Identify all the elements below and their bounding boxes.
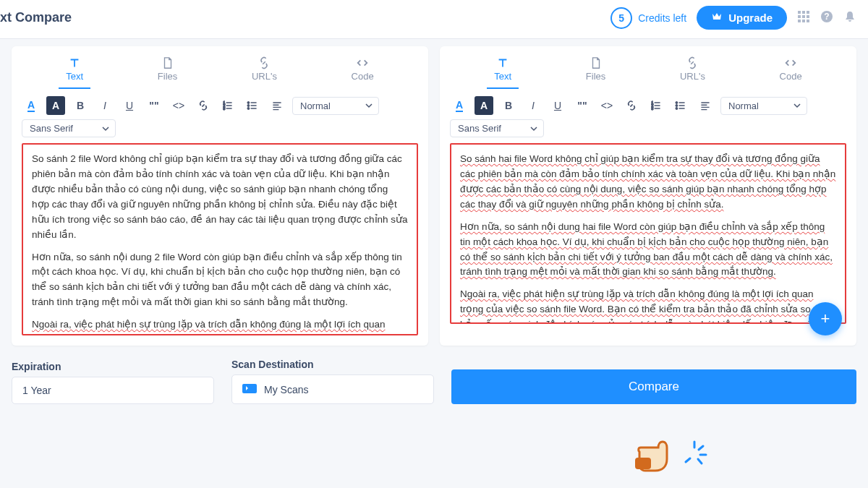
svg-point-16: [247, 108, 249, 109]
codeblock-icon[interactable]: <>: [597, 96, 616, 115]
quote-icon[interactable]: "": [573, 96, 592, 115]
svg-line-26: [699, 446, 703, 450]
heading-select[interactable]: Normal: [720, 97, 807, 115]
ordered-list-icon[interactable]: 123: [647, 96, 665, 115]
upgrade-button[interactable]: Upgrade: [697, 6, 787, 30]
footer-bar: Expiration 1 Year Scan Destination My Sc…: [0, 351, 868, 404]
align-icon[interactable]: [268, 96, 286, 115]
scan-destination-field: Scan Destination My Scans: [231, 359, 434, 404]
right-toolbar: A A B I U "" <> 123 Normal: [440, 89, 856, 119]
tab-files[interactable]: Files: [150, 53, 184, 89]
font-family-select[interactable]: Sans Serif: [450, 119, 544, 137]
crown-icon: [711, 12, 723, 24]
left-tabs: Text Files URL's Code: [12, 46, 428, 89]
svg-point-22: [676, 108, 677, 109]
right-tabs: Text Files URL's Code: [440, 46, 856, 89]
left-text-editor[interactable]: So sánh 2 file Word không chỉ giúp bạn k…: [22, 143, 418, 335]
expiration-select[interactable]: 1 Year: [12, 377, 214, 404]
header-bar: xt Compare 5 Credits left Upgrade ?: [0, 0, 868, 39]
italic-icon[interactable]: I: [524, 96, 542, 115]
credits-count: 5: [610, 7, 632, 29]
right-paragraph: Ngoài ra, việc phát hiện sự trùng lặp và…: [460, 287, 836, 324]
tab-code[interactable]: Code: [773, 53, 809, 89]
svg-rect-3: [798, 15, 801, 18]
help-icon[interactable]: ?: [820, 10, 833, 26]
header-actions: 5 Credits left Upgrade ?: [610, 6, 856, 30]
right-panel: Text Files URL's Code A A B I U "" <>: [440, 46, 856, 346]
font-family-select[interactable]: Sans Serif: [22, 119, 116, 137]
left-paragraph: So sánh 2 file Word không chỉ giúp bạn k…: [32, 152, 408, 243]
tab-code[interactable]: Code: [344, 53, 381, 89]
bell-icon[interactable]: [843, 10, 856, 26]
svg-text:3: 3: [224, 107, 226, 111]
left-toolbar: A A B I U "" <> 123 Normal: [12, 89, 428, 119]
svg-text:?: ?: [824, 12, 829, 22]
scan-destination-label: Scan Destination: [231, 359, 434, 370]
tab-urls[interactable]: URL's: [244, 53, 284, 89]
quote-icon[interactable]: "": [145, 96, 163, 115]
unordered-list-icon[interactable]: [671, 96, 690, 115]
codeblock-icon[interactable]: <>: [169, 96, 188, 115]
svg-rect-6: [798, 20, 801, 22]
credits-indicator[interactable]: 5 Credits left: [610, 7, 686, 29]
link-icon[interactable]: [622, 96, 641, 115]
ordered-list-icon[interactable]: 123: [218, 96, 237, 115]
background-color-icon[interactable]: A: [475, 96, 493, 115]
svg-text:3: 3: [652, 107, 654, 111]
left-panel: Text Files URL's Code A A B I U "" <>: [12, 46, 428, 346]
svg-point-21: [676, 105, 677, 106]
scan-destination-select[interactable]: My Scans: [231, 374, 434, 404]
text-color-icon[interactable]: A: [22, 96, 41, 115]
folder-icon: [242, 382, 257, 396]
click-burst-icon: [681, 440, 707, 466]
expiration-field: Expiration 1 Year: [12, 361, 214, 404]
svg-rect-2: [807, 11, 809, 14]
right-paragraph: So sánh hai file Word không chỉ giúp bạn…: [460, 152, 836, 213]
svg-point-14: [247, 102, 249, 103]
underline-icon[interactable]: U: [120, 96, 139, 115]
svg-rect-4: [802, 15, 805, 18]
svg-rect-24: [635, 458, 651, 469]
svg-rect-7: [802, 20, 805, 22]
upgrade-label: Upgrade: [728, 12, 773, 24]
add-panel-button[interactable]: +: [809, 302, 842, 335]
tab-urls[interactable]: URL's: [673, 53, 712, 89]
svg-line-29: [686, 458, 690, 462]
svg-rect-23: [242, 384, 257, 393]
tab-text[interactable]: Text: [487, 53, 519, 89]
svg-point-15: [247, 105, 249, 106]
right-text-editor[interactable]: So sánh hai file Word không chỉ giúp bạn…: [450, 143, 846, 324]
background-color-icon[interactable]: A: [46, 96, 65, 115]
svg-rect-5: [807, 15, 809, 18]
svg-line-28: [698, 459, 702, 463]
heading-select[interactable]: Normal: [292, 97, 379, 115]
left-paragraph: Hơn nữa, so sánh nội dung 2 file Word cò…: [32, 250, 408, 311]
bold-icon[interactable]: B: [71, 96, 90, 115]
apps-grid-icon[interactable]: [797, 10, 810, 26]
svg-rect-8: [807, 20, 809, 22]
page-title: xt Compare: [0, 10, 72, 25]
svg-rect-1: [802, 11, 805, 14]
plus-icon: +: [821, 309, 830, 328]
expiration-label: Expiration: [12, 361, 214, 372]
right-paragraph: Hơn nữa, so sánh nội dung hai file Word …: [460, 220, 836, 281]
tab-text[interactable]: Text: [59, 53, 90, 89]
credits-label: Credits left: [638, 12, 686, 24]
italic-icon[interactable]: I: [95, 96, 114, 115]
svg-point-20: [676, 102, 677, 103]
compare-button[interactable]: Compare: [451, 369, 856, 404]
editor-row: Text Files URL's Code A A B I U "" <>: [0, 39, 868, 351]
link-icon[interactable]: [194, 96, 213, 115]
pointing-hand-icon: [634, 437, 680, 475]
text-color-icon[interactable]: A: [450, 96, 469, 115]
underline-icon[interactable]: U: [548, 96, 567, 115]
tab-files[interactable]: Files: [579, 53, 613, 89]
align-icon[interactable]: [696, 96, 715, 115]
svg-rect-0: [798, 11, 801, 14]
left-paragraph: Ngoài ra, việc phát hiện sự trùng lặp và…: [32, 317, 408, 335]
unordered-list-icon[interactable]: [243, 96, 262, 115]
bold-icon[interactable]: B: [499, 96, 518, 115]
